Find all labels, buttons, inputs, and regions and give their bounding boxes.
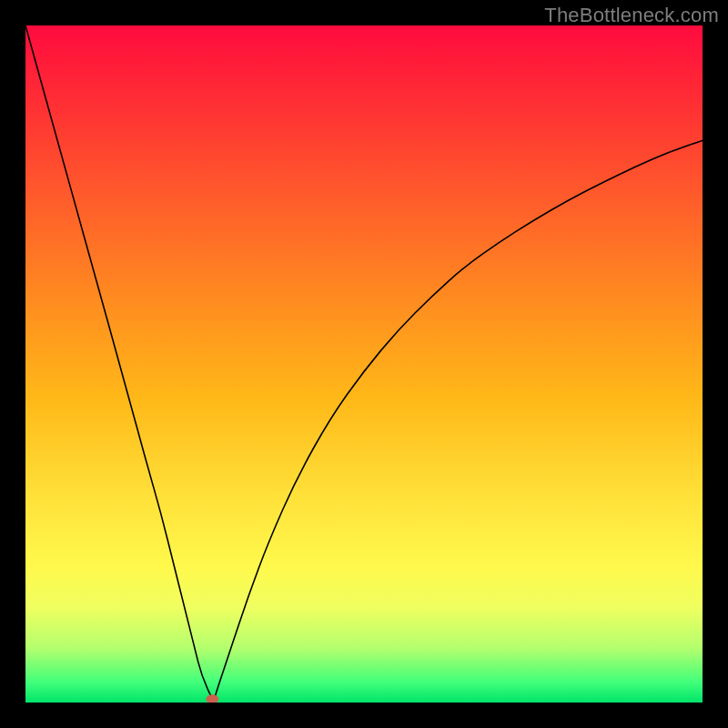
bottleneck-curve	[25, 25, 703, 700]
watermark-text: TheBottleneck.com	[544, 4, 719, 27]
minimum-marker	[206, 694, 218, 703]
plot-area	[25, 25, 703, 703]
plot-svg	[25, 25, 703, 703]
chart-frame: TheBottleneck.com	[0, 0, 728, 728]
